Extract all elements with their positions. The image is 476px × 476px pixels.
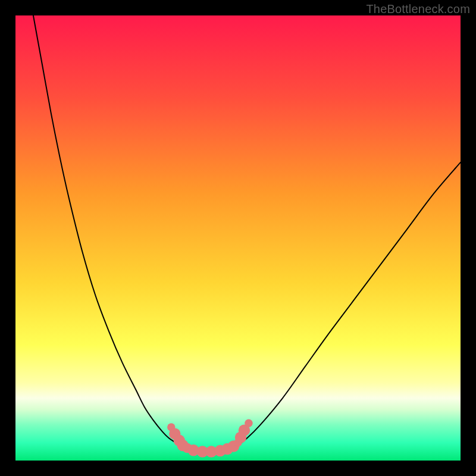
marker-dot: [245, 419, 252, 427]
gradient-background: [15, 15, 461, 461]
chart-frame: TheBottleneck.com: [0, 0, 476, 476]
watermark-text: TheBottleneck.com: [366, 2, 470, 16]
chart-svg: [15, 15, 461, 461]
plot-area: [15, 15, 461, 461]
